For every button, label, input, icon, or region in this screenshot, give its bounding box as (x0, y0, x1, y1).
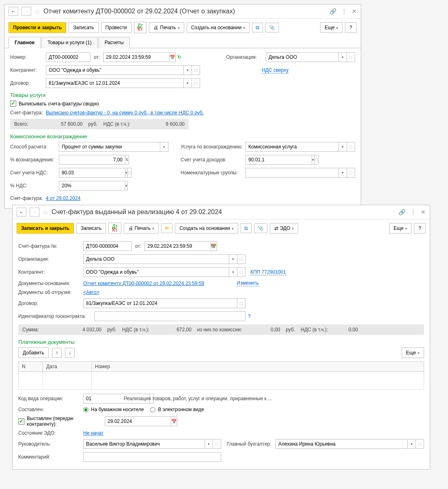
chevron-down-icon[interactable]: ▾ (229, 267, 237, 277)
close-icon[interactable]: ✕ (421, 209, 426, 215)
edo-button[interactable]: ⇄ ЭДО (270, 223, 299, 234)
date-input[interactable] (144, 241, 211, 251)
change-link[interactable]: Изменить (237, 280, 258, 286)
issued-date-input[interactable] (105, 416, 171, 426)
save-button[interactable]: Записать (69, 22, 98, 33)
calendar-icon[interactable]: 📅 (170, 52, 176, 62)
dtct-button[interactable]: ДтКт (134, 22, 147, 33)
service-reward-input[interactable] (246, 142, 339, 152)
chevron-down-icon[interactable]: ▾ (229, 254, 237, 264)
basis-doc-link[interactable]: Отчет комитенту ДТ00-000002 от 29.02.202… (83, 281, 204, 286)
more-button[interactable]: Еще (389, 223, 411, 234)
move-up-button[interactable]: ↑ (52, 348, 62, 358)
print-button[interactable]: 🖨 Печать (124, 223, 159, 234)
table-row[interactable] (19, 372, 424, 390)
contract-input[interactable] (46, 78, 184, 88)
reward-pct-input[interactable] (59, 155, 125, 165)
chevron-down-icon[interactable]: ▾ (184, 65, 192, 75)
chevron-down-icon[interactable]: ▾ (184, 78, 192, 88)
chevron-down-icon[interactable]: ▾ (339, 52, 347, 62)
sync-icon[interactable]: ↻ (177, 54, 181, 60)
open-icon[interactable]: ⬚ (347, 168, 355, 178)
structure-button[interactable]: ⧉ (241, 223, 252, 233)
goskontrakt-help-link[interactable]: ? (248, 313, 251, 319)
link-icon[interactable]: 🔗 (398, 209, 405, 215)
close-icon[interactable]: ✕ (352, 8, 357, 15)
forward-button[interactable]: → (30, 208, 39, 217)
post-button[interactable]: Провести (101, 22, 131, 33)
print-button[interactable]: 🖨 Печать (149, 22, 184, 33)
number-input[interactable] (46, 52, 90, 62)
save-close-button[interactable]: Записать и закрыть (17, 223, 74, 234)
contragent-input[interactable] (83, 267, 229, 277)
forward-button[interactable]: → (22, 7, 31, 16)
move-down-button[interactable]: ↓ (65, 348, 75, 358)
chevron-down-icon[interactable]: ▾ (205, 439, 213, 449)
chevron-down-icon[interactable]: ▾ (160, 142, 168, 152)
open-icon[interactable]: ⬚ (192, 78, 200, 88)
open-icon[interactable]: ⬚ (347, 142, 355, 152)
tab-goods[interactable]: Товары и услуги (1) (41, 37, 98, 48)
open-icon[interactable]: ⬚ (347, 52, 355, 62)
summary-sf-checkbox[interactable] (10, 101, 16, 107)
post-close-button[interactable]: Провести и закрыть (9, 22, 66, 33)
favorite-icon[interactable]: ☆ (43, 208, 48, 216)
structure-button[interactable]: ⧉ (252, 23, 263, 32)
favorite-icon[interactable]: ☆ (34, 8, 40, 15)
issued-checkbox[interactable] (18, 418, 24, 425)
edo-state-link[interactable]: Не начат (83, 430, 103, 436)
chevron-down-icon[interactable]: ▾ (339, 142, 347, 152)
nds-account-input[interactable] (59, 168, 125, 178)
org-input[interactable] (83, 254, 229, 264)
create-based-button[interactable]: Создать на основании (175, 223, 238, 234)
kpp-link[interactable]: КПП 772901001 (250, 269, 286, 275)
income-account-input[interactable] (246, 155, 312, 165)
sync-icon[interactable]: ↻ (211, 243, 215, 249)
paper-radio[interactable] (83, 407, 88, 412)
contragent-input[interactable] (46, 65, 184, 75)
open-icon[interactable]: ⬚ (314, 155, 319, 165)
back-button[interactable]: ← (17, 208, 26, 217)
open-icon[interactable]: ⬚ (416, 439, 424, 449)
chevron-down-icon[interactable]: ▾ (339, 168, 347, 178)
open-icon[interactable]: ⬚ (237, 267, 246, 277)
nds-pct-input[interactable] (59, 181, 125, 191)
spinner-icon[interactable]: ⇅ (125, 155, 129, 165)
org-input[interactable] (266, 52, 339, 62)
mail-button[interactable]: ✉ (161, 223, 172, 233)
sf-num-input[interactable] (83, 241, 132, 251)
head-input[interactable] (83, 439, 205, 449)
link-icon[interactable]: 🔗 (330, 8, 336, 15)
help-button[interactable]: ? (414, 223, 426, 234)
open-icon[interactable]: ⬚ (192, 65, 200, 75)
contract-input[interactable] (83, 298, 237, 308)
kebab-icon[interactable]: ⋮ (410, 209, 416, 215)
date-input[interactable] (103, 52, 170, 62)
tab-main[interactable]: Главное (9, 37, 41, 48)
create-based-button[interactable]: Создать на основании (187, 22, 250, 33)
back-button[interactable]: ← (9, 7, 18, 16)
calc-method-input[interactable] (59, 142, 160, 152)
nom-groups-input[interactable] (246, 168, 339, 178)
sf-summary-link[interactable]: Выписано счетов-фактур - 0, на сумму 0 р… (46, 110, 204, 116)
save-button[interactable]: Записать (76, 223, 106, 234)
attach-button[interactable]: 📎 (265, 23, 279, 32)
add-button[interactable]: Добавить (18, 347, 49, 358)
attach-button[interactable]: 📎 (254, 223, 267, 233)
calendar-icon[interactable]: 📅 (171, 416, 177, 426)
open-icon[interactable]: ⬚ (237, 298, 246, 308)
chevron-down-icon[interactable]: ▾ (408, 439, 416, 449)
goskontrakt-input[interactable] (95, 311, 246, 321)
comment-input[interactable] (83, 452, 221, 462)
nds-mode-link[interactable]: НДС сверху (262, 67, 289, 73)
tab-calc[interactable]: Расчеты (99, 37, 130, 48)
open-icon[interactable]: ⬚ (213, 439, 221, 449)
open-icon[interactable]: ⬚ (237, 254, 246, 264)
chief-acc-input[interactable] (276, 439, 408, 449)
dtct-button[interactable]: ДтКт (108, 223, 121, 234)
help-button[interactable]: ? (345, 22, 357, 33)
chevron-down-icon[interactable]: ▾ (125, 181, 128, 191)
kebab-icon[interactable]: ⋮ (341, 8, 347, 15)
open-icon[interactable]: ⬚ (128, 168, 132, 178)
more-button[interactable]: Еще (320, 22, 342, 33)
